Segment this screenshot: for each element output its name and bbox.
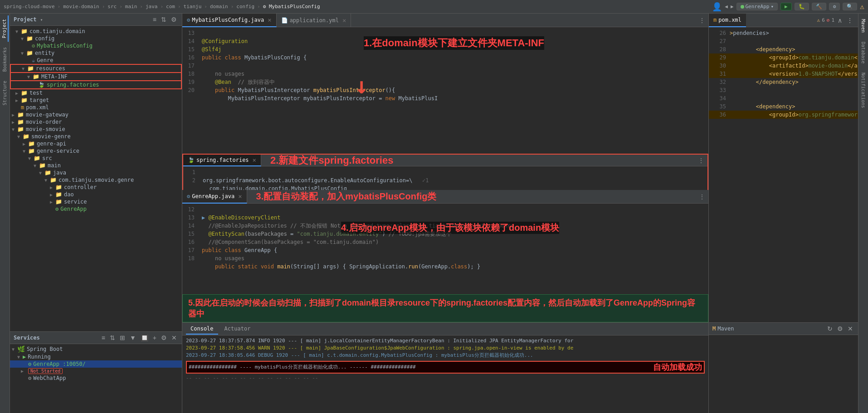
breadcrumb-movie-domain[interactable]: movie-domain (63, 4, 99, 10)
breadcrumb-java[interactable]: java (146, 4, 158, 10)
sidebar-tab-project[interactable]: Project (1, 15, 9, 42)
maven-refresh[interactable]: ↻ (826, 325, 834, 333)
breadcrumb-tianju[interactable]: tianju (184, 4, 202, 10)
console-tab-actuator[interactable]: Actuator (220, 324, 255, 335)
settings-panel-button[interactable]: ⚙ (170, 15, 178, 24)
tree-item-pom-xml[interactable]: ▶ m pom.xml (10, 104, 182, 111)
services-action-3[interactable]: ⊞ (118, 334, 127, 342)
tree-item-spring-factories[interactable]: ▶ 🍃 spring.factories (10, 81, 182, 89)
right-tab-maven[interactable]: Maven (860, 15, 867, 36)
service-item-genreapp[interactable]: ▶ ⚙ GenreApp :10050/ (10, 360, 182, 368)
notifications-icon[interactable]: ⚠ (860, 2, 864, 11)
tree-item-movie-gateway[interactable]: ▶ 📁 movie-gateway (10, 111, 182, 118)
debug-button[interactable]: 🐛 (795, 3, 809, 10)
breadcrumb-com[interactable]: com (166, 4, 175, 10)
service-item-spring-boot[interactable]: ▼ 🌿 Spring Boot (10, 345, 182, 353)
tab-menu-button[interactable]: ⋮ (696, 17, 708, 24)
genreapp-code-wrapper[interactable]: 12 13 14 15 16 17 18 ▶ @EnableDiscoveryC… (182, 204, 708, 294)
tree-item-meta-inf[interactable]: ▼ 📁 META-INF (10, 73, 182, 81)
service-item-webchatapp[interactable]: ▶ ⚙ WebChatApp (10, 374, 182, 382)
tree-item-mybatisplusconfig[interactable]: ▶ ⚙ MybatisPlusConfig (10, 42, 182, 49)
sidebar-tab-structure[interactable]: Structure (1, 77, 8, 109)
tab-close-genreapp[interactable]: × (238, 193, 242, 200)
yaml-file-icon: 📄 (281, 17, 288, 24)
code-content-main[interactable]: @Configuration @Slf4j public class Mybat… (198, 27, 708, 154)
right-tab-notifications[interactable]: Notifications (860, 69, 867, 112)
console-tab-console[interactable]: Console (186, 324, 218, 335)
annotation-step2: 2.新建文件spring.factories (270, 154, 393, 167)
breadcrumb-config[interactable]: config (236, 4, 254, 10)
vcs-icon[interactable]: 👤 (712, 2, 722, 11)
breadcrumb-domain[interactable]: domain (210, 4, 228, 10)
tab-pom-xml[interactable]: m pom.xml (709, 14, 746, 27)
tab-genreapp-java[interactable]: ⚙ GenreApp.java × (182, 190, 247, 204)
search-button[interactable]: 🔍 (843, 3, 857, 10)
pom-line-26: 26>pendencies> (709, 29, 858, 37)
services-action-1[interactable]: ≡ (100, 334, 107, 342)
factories-tab-menu[interactable]: ⋮ (695, 157, 707, 164)
services-action-2[interactable]: ⇅ (108, 334, 117, 342)
tree-item-com-smovie[interactable]: ▼ 📁 com.tianju.smovie.genre (10, 176, 182, 184)
tree-item-movie-smovie[interactable]: ▼ 📁 movie-smovie (10, 126, 182, 133)
tab-spring-factories[interactable]: 🍃 spring.factories × (183, 155, 261, 166)
tree-item-genreapp[interactable]: ▶ ⚙ GenreApp (10, 205, 182, 213)
run-button[interactable]: ▶ (780, 3, 792, 10)
pom-expand-button[interactable]: ∧ (836, 16, 844, 24)
tab-close-mybatisplusconfig[interactable]: × (268, 16, 271, 24)
tree-item-target[interactable]: ▶ 📁 target (10, 97, 182, 104)
collapse-all-button[interactable]: ≡ (151, 15, 158, 24)
forward-button[interactable]: ▶ (731, 4, 734, 10)
right-tab-database[interactable]: Database (860, 38, 867, 67)
tree-item-genre[interactable]: ▶ ☕ Genre (10, 57, 182, 64)
genreapp-code-content[interactable]: ▶ @EnableDiscoveryClient //@EnableJpaRep… (198, 204, 708, 294)
breadcrumb-src[interactable]: src (107, 4, 117, 10)
genreapp-tab-menu[interactable]: ⋮ (696, 194, 708, 200)
console-log-content[interactable]: 2023-09-27 18:37:57.874 INFO 1920 --- [ … (182, 335, 708, 413)
services-settings[interactable]: ⚙ (160, 334, 168, 342)
tree-item-genre-api[interactable]: ▶ 📁 genre-api (10, 140, 182, 147)
annotation-step7: 自动加载成功 (653, 364, 702, 371)
tree-item-config[interactable]: ▼ 📁 config (10, 35, 182, 42)
tree-item-test[interactable]: ▶ 📁 test (10, 89, 182, 97)
back-button[interactable]: ◀ (725, 4, 728, 10)
tab-application-yml[interactable]: 📄 application.yml × (277, 14, 351, 27)
tree-item-genre-service[interactable]: ▼ 📁 genre-service (10, 147, 182, 155)
tree-item-controller[interactable]: ▶ 📁 controller (10, 184, 182, 191)
pom-menu-button[interactable]: ⋮ (845, 16, 854, 24)
sidebar-tab-bookmarks[interactable]: Bookmarks (1, 44, 8, 75)
console-area: Console Actuator 2023-09-27 18:37:57.874… (182, 322, 708, 413)
tree-item-main-svc[interactable]: ▼ 📁 main (10, 162, 182, 169)
services-close[interactable]: ✕ (170, 334, 178, 342)
tree-item-movie-order[interactable]: ▶ 📁 movie-order (10, 118, 182, 126)
tree-item-dao[interactable]: ▶ 📁 dao (10, 191, 182, 198)
code-wrapper-main[interactable]: 13 14 15 16 17 18 19 20 @Configuration @… (182, 27, 708, 154)
run-config-selector[interactable]: GenreApp ▾ (736, 3, 778, 10)
factories-code-wrapper[interactable]: 1 2 org.springframework.boot.autoconfigu… (183, 166, 707, 191)
tab-close-application-yml[interactable]: × (342, 17, 346, 24)
tree-item-com-tianju-domain[interactable]: ▼ 📁 com.tianju.domain (10, 28, 182, 35)
services-action-5[interactable]: 🔲 (139, 334, 150, 342)
maven-close[interactable]: ✕ (846, 325, 854, 333)
services-action-4[interactable]: ▼ (128, 334, 137, 342)
service-item-not-started[interactable]: ▶ Not Started (10, 368, 182, 374)
services-panel: Services ≡ ⇅ ⊞ ▼ 🔲 + ⚙ ✕ ▼ 🌿 Spring Boot (10, 331, 182, 413)
tree-item-java-svc[interactable]: ▼ 📁 java (10, 169, 182, 176)
tab-close-spring-factories[interactable]: × (253, 156, 256, 164)
build-button[interactable]: 🔨 (812, 3, 826, 10)
services-add-button[interactable]: + (151, 334, 158, 342)
panel-dropdown-icon[interactable]: ▾ (40, 17, 43, 22)
factories-code-content[interactable]: org.springframework.boot.autoconfigure.E… (199, 166, 707, 191)
service-item-running[interactable]: ▼ ▶ Running (10, 353, 182, 360)
tree-item-entity[interactable]: ▼ 📁 entity (10, 49, 182, 57)
tree-item-smovie-genre[interactable]: ▼ 📁 smovie-genre (10, 133, 182, 140)
tree-item-src-svc[interactable]: ▼ 📁 src (10, 155, 182, 162)
sync-button[interactable]: ⇅ (160, 15, 168, 24)
maven-settings[interactable]: ⚙ (836, 325, 844, 333)
tab-mybatisplusconfig-java[interactable]: ⚙ MybatisPlusConfig.java × (182, 14, 277, 27)
tree-item-resources[interactable]: ▼ 📁 resources (10, 64, 182, 73)
breadcrumb-spring-cloud-move[interactable]: spring-cloud-move (4, 4, 55, 10)
settings-button[interactable]: ⚙ (829, 3, 840, 10)
tree-item-service[interactable]: ▶ 📁 service (10, 198, 182, 205)
breadcrumb-main[interactable]: main (125, 4, 137, 10)
pom-xml-content[interactable]: 26>pendencies> 27 28 <dependency> 29 <gr… (709, 27, 858, 322)
